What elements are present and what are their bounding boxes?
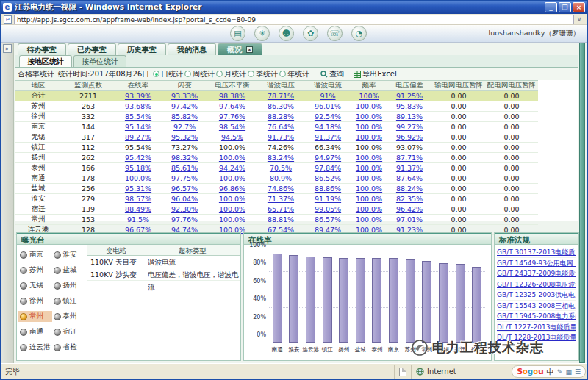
value-link[interactable]: 100.0% (356, 174, 382, 182)
value-link[interactable]: 97.76% (219, 112, 245, 121)
value-link[interactable]: 94.97% (315, 154, 341, 162)
value-link[interactable]: 100.0% (356, 102, 382, 110)
sogou-ime-bar[interactable]: Sogou 中 ✎ ▦ ☰ (512, 365, 586, 378)
value-link[interactable]: 94.5% (221, 133, 243, 141)
tab-1[interactable]: 待办事宜 (18, 43, 66, 55)
value-link[interactable]: 65.71% (268, 205, 294, 213)
value-link[interactable]: 92.7% (173, 123, 196, 131)
ime-pen-icon[interactable]: ✎ (557, 368, 563, 376)
standard-link[interactable]: DL/T 1228-2013电能质量… (497, 332, 576, 343)
restore-button[interactable]: ❐ (559, 2, 571, 12)
value-link[interactable]: 88.81% (268, 215, 294, 223)
value-link[interactable]: 87.64% (396, 174, 423, 182)
standard-link[interactable]: DL/T 1227-2013电能质量… (497, 322, 576, 333)
city-button-连云港[interactable]: 连云港 (18, 342, 52, 353)
query-button[interactable]: 查询 (320, 69, 344, 79)
value-link[interactable]: 71.37% (268, 195, 294, 203)
bar-苏州[interactable] (406, 259, 415, 343)
value-link[interactable]: 100.0% (219, 154, 245, 162)
value-link[interactable]: 95.31% (125, 184, 151, 193)
value-link[interactable]: 100.0% (356, 205, 382, 213)
city-button-徐州[interactable]: 徐州 (18, 295, 52, 306)
subtab-2[interactable]: 按单位统计 (74, 55, 126, 67)
value-link[interactable]: 86.57% (315, 215, 341, 223)
value-link[interactable]: 92.54% (315, 112, 341, 121)
value-link[interactable]: 100.0% (219, 174, 245, 182)
value-link[interactable]: 100.0% (356, 195, 382, 203)
bar-扬州[interactable] (339, 258, 348, 343)
value-link[interactable]: 88.28% (268, 112, 294, 121)
minimize-button[interactable]: _ (545, 2, 557, 12)
value-link[interactable]: 100.0% (356, 215, 382, 223)
value-link[interactable]: 91% (320, 92, 335, 100)
value-link[interactable]: 95.42% (125, 154, 151, 162)
value-link[interactable]: 91.37% (315, 133, 341, 141)
value-link[interactable]: 98.32% (171, 154, 198, 162)
value-link[interactable]: 87.71% (396, 154, 423, 162)
value-link[interactable]: 97.76% (171, 215, 198, 223)
city-button-常州[interactable]: 常州 (18, 311, 52, 322)
ime-keyboard-icon[interactable]: ▦ (565, 368, 572, 376)
bar-徐州[interactable] (472, 267, 481, 343)
close-tab-icon[interactable]: × (246, 46, 253, 53)
value-link[interactable]: 89.27% (125, 133, 151, 141)
value-link[interactable]: 96.42% (396, 205, 423, 213)
value-link[interactable]: 86.52% (315, 174, 341, 182)
value-link[interactable]: 95.14% (125, 123, 151, 131)
value-link[interactable]: 100% (359, 92, 379, 100)
value-link[interactable]: 99.05% (315, 205, 341, 213)
value-link[interactable]: 85.82% (171, 112, 198, 121)
clock-icon[interactable]: ◔ (351, 26, 367, 41)
value-link[interactable]: 80.9% (270, 174, 292, 182)
value-link[interactable]: 91.25% (396, 92, 423, 100)
value-link[interactable]: 94.18% (315, 123, 341, 131)
radio-年统计[interactable]: 年统计 (279, 69, 309, 79)
city-button-南通[interactable]: 南通 (18, 326, 52, 337)
city-button-泰州[interactable]: 泰州 (52, 311, 86, 322)
value-link[interactable]: 76.64% (268, 123, 294, 131)
tab-5[interactable]: 概况× (218, 43, 262, 55)
tab-4[interactable]: 我的消息 (168, 43, 216, 55)
value-link[interactable]: 95.32% (171, 133, 198, 141)
standard-link[interactable]: GB/T 12326-2008电压波动… (497, 279, 576, 290)
city-button-扬州[interactable]: 扬州 (52, 280, 86, 291)
radio-icon[interactable] (279, 71, 286, 77)
value-link[interactable]: 99.27% (396, 123, 423, 131)
value-link[interactable]: 100.0% (125, 174, 151, 182)
value-link[interactable]: 96.04% (171, 195, 198, 203)
value-link[interactable]: 100.0% (356, 184, 382, 193)
value-link[interactable]: 97.42% (171, 102, 198, 110)
value-link[interactable]: 86.30% (268, 102, 294, 110)
city-button-淮安[interactable]: 淮安 (52, 249, 86, 260)
tab-2[interactable]: 已办事宜 (68, 43, 116, 55)
value-link[interactable]: 97.84% (315, 164, 341, 172)
radio-季统计[interactable]: 季统计 (248, 69, 278, 79)
value-link[interactable]: 93.39% (125, 92, 151, 100)
value-link[interactable]: 88.49% (125, 205, 151, 213)
ime-mode-indicator[interactable]: 中 (547, 367, 554, 377)
expand-sidebar-button[interactable]: » (3, 44, 12, 53)
city-button-无锡[interactable]: 无锡 (18, 280, 52, 291)
city-button-镇江[interactable]: 镇江 (52, 295, 86, 306)
chevron-down-icon[interactable]: ∨ (574, 15, 584, 23)
value-link[interactable]: 91.19% (315, 195, 341, 203)
value-link[interactable]: 93.68% (125, 102, 151, 110)
radio-icon[interactable] (153, 71, 159, 77)
value-link[interactable]: 100.0% (219, 195, 245, 203)
bar-淮安[interactable] (289, 255, 298, 343)
radio-日统计[interactable]: 日统计 (153, 69, 183, 79)
value-link[interactable]: 95.18% (125, 164, 151, 172)
value-link[interactable]: 98.38% (219, 92, 245, 100)
value-link[interactable]: 98.54% (219, 123, 245, 131)
radio-月统计[interactable]: 月统计 (216, 69, 246, 79)
city-button-盐城[interactable]: 盐城 (52, 265, 86, 276)
export-excel-button[interactable]: 导出Excel (354, 69, 397, 79)
standard-link[interactable]: GB/T 15945-2008电力系统… (497, 311, 576, 322)
radio-icon[interactable] (184, 71, 191, 77)
value-link[interactable]: 100.0% (356, 123, 382, 131)
value-link[interactable]: 97.01% (396, 215, 423, 223)
radio-周统计[interactable]: 周统计 (184, 69, 215, 79)
value-link[interactable]: 93.33% (171, 92, 198, 100)
subtab-1[interactable]: 按地区统计 (19, 55, 72, 67)
value-link[interactable]: 85.61% (171, 164, 198, 172)
